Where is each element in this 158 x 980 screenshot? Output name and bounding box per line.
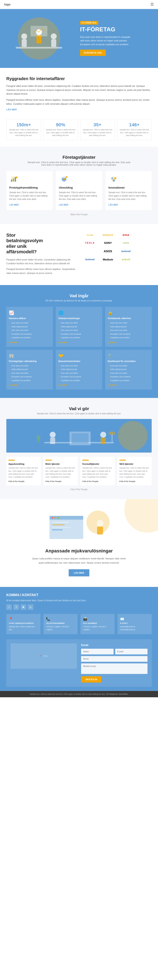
list-item: Cupidatat non proident [9,379,50,383]
stat-number-3: 146+ [119,122,149,127]
vadingor-list-5: Duis aute irure dolor Nulla adipiscing e… [108,364,149,383]
svg-point-50 [97,520,103,527]
list-item: Nulla adipiscing elit [9,325,50,329]
rygg-paragraph2: Paragraf tincidunt efficitur amet risus … [6,98,152,106]
twitter-icon[interactable]: 𝕏 [13,605,19,610]
stat-box-3: 146+ Sample text. Click to select the te… [117,119,152,140]
stat-label-3: Sample text. Click to select the text bo… [119,129,149,137]
brand-android: android [118,257,134,262]
kontakt-form-left: 📍 Map [11,643,77,682]
rygg-read-more[interactable]: LÄS MER [6,108,17,111]
list-item: Duis aute irure dolor [58,321,100,325]
anpassade-cta-button[interactable]: LÄS MER [69,569,89,576]
hero-cta-button[interactable]: KONTAKTA OSS [80,49,106,56]
stat-box-1: 90% Sample text. Click to select the tex… [43,119,78,140]
vadingor-price-3[interactable]: LÄS MER [9,384,50,386]
hero-title: IT-FÖRETAG [80,26,135,33]
payment-text: Stor betalningsvolym eller unik affärsmo… [6,232,76,277]
form-name-input[interactable] [81,649,114,654]
svg-point-45 [58,517,59,519]
vadingor-price-1[interactable]: LÄS MER [58,341,100,344]
location-icon: 📍 [9,617,38,621]
svg-rect-33 [101,438,106,444]
brand-tesla: TESLA [82,240,98,245]
vadingor-card-2: 🔒 Omfattande säkerhet Duis aute irure do… [105,307,152,347]
svg-point-43 [52,517,53,519]
list-item: Cupidatat non proident [108,379,149,383]
stat-number-1: 90% [45,122,76,127]
service-card-0: Prototypframställning Sample text. Click… [6,171,52,210]
ftjanster-footer: Bilder från Freepik [6,213,152,216]
footer-text: Sample text. Click to select the text bo… [6,693,152,695]
service-desc-1: Sample text. Click to select the text bo… [59,191,99,201]
svg-point-37 [109,431,115,435]
svg-point-21 [66,177,67,178]
form-email-input[interactable] [115,649,148,654]
vadingor-icon-1: 🌐 [58,310,100,315]
svg-rect-49 [52,529,63,530]
kontakt-box-detail-0: Sample text. Click to select the text. [9,625,38,631]
list-item: Excepteur sint occaecat [58,332,100,336]
vadingor-icon-4: 🤝 [58,353,100,358]
svg-point-30 [50,432,56,438]
vadingor-price-2[interactable]: LÄS MER [108,341,149,344]
vadingor-card-title-0: Hamtera affärer [9,317,50,320]
brand-asos: ASOS [100,248,116,254]
list-item: Excepteur sint occaecat [108,332,149,336]
kontakt-description: At leo volutpat ullamcorper diam. Quam u… [6,599,152,602]
linkedin-icon[interactable]: in [28,605,33,610]
vadingor-card-title-1: Globala betalningar [58,317,100,320]
hero-description: Duis aute irure dolor in reprehenderit i… [80,35,135,46]
svg-point-32 [100,432,106,438]
service-read-more-2[interactable]: LÄS MER [108,204,118,206]
payment-title-line2: betalningsvolym [6,238,43,243]
svg-point-18 [63,178,65,180]
map-placeholder: 📍 Map [11,643,77,669]
list-item: Duis aute irure dolor [58,364,100,368]
vadingor-price-5[interactable]: LÄS MER [108,384,149,386]
form-submit-button[interactable]: SKICKA IN [81,676,102,682]
vadgr-price-2: Från 8 Per People [82,480,113,482]
brand-medium: Medium [100,257,116,262]
facebook-icon[interactable]: f [6,605,12,610]
brand-evga: EVGA [118,232,134,237]
list-item: Excepteur sint occaecat [58,375,100,379]
vadgr-card-desc-2: Sample text. Click to select the text bo… [82,466,113,479]
form-title: Email [81,643,147,647]
vadgr-color-bar-1 [45,460,52,461]
svg-point-28 [118,421,147,450]
vadingor-list-2: Duis aute irure dolor Nulla adipiscing e… [108,321,149,340]
vadgr-title: Vad vi gör [6,406,152,411]
list-item: Duis aute irure dolor [9,364,50,368]
vadgr-card-title-1: Moln tjänster [45,463,76,465]
list-item: Nulla adipiscing elit [108,325,149,329]
instagram-icon[interactable]: ◉ [21,605,26,610]
services-grid: Prototypframställning Sample text. Click… [6,171,152,210]
list-item: Duis aute irure dolor [58,371,100,375]
svg-point-44 [55,517,56,519]
stat-number-0: 150m+ [9,122,39,127]
anpassade-title: Anpassade mjukvarulösningar [6,548,152,554]
svg-rect-51 [97,527,103,535]
vadingor-list-3: Duis aute irure dolor Nulla adipiscing e… [9,364,50,383]
vadgr-price-1: Från 8 Per People [45,480,76,482]
vadingor-price-4[interactable]: LÄS MER [58,384,100,386]
vadingor-icon-5: ⚙️ [108,353,149,358]
vadingor-list-0: Duis aute irure dolor Nulla adipiscing e… [9,321,50,340]
list-item: Excepteur sint occaecat [9,375,50,379]
svg-rect-35 [72,433,89,443]
list-item: Duis aute irure dolor [9,321,50,325]
ftjanster-subtitle: Sample text. Click to select the text bo… [26,161,132,166]
vadingor-price-0[interactable]: LÄS MER [9,341,50,344]
vadgr-card-title-2: Konsulttjänster [82,463,113,465]
service-read-more-1[interactable]: LÄS MER [59,204,68,206]
brands-grid: Crolla BINANCE EVGA TESLA SONY crocs ASO… [82,232,152,262]
service-read-more-0[interactable]: LÄS MER [9,204,19,206]
kontakt-info-row: 📍 VÁRA HEMSIDA/ADRESS Sample text. Click… [6,614,152,634]
svg-rect-19 [63,181,64,181]
form-message-textarea[interactable] [81,663,147,674]
form-subject-input[interactable] [81,656,147,662]
list-item: Nulla adipiscing elit [58,368,100,371]
menu-icon[interactable]: ☰ [150,2,154,7]
vadgr-card-title-0: Apputveckling [8,463,39,465]
